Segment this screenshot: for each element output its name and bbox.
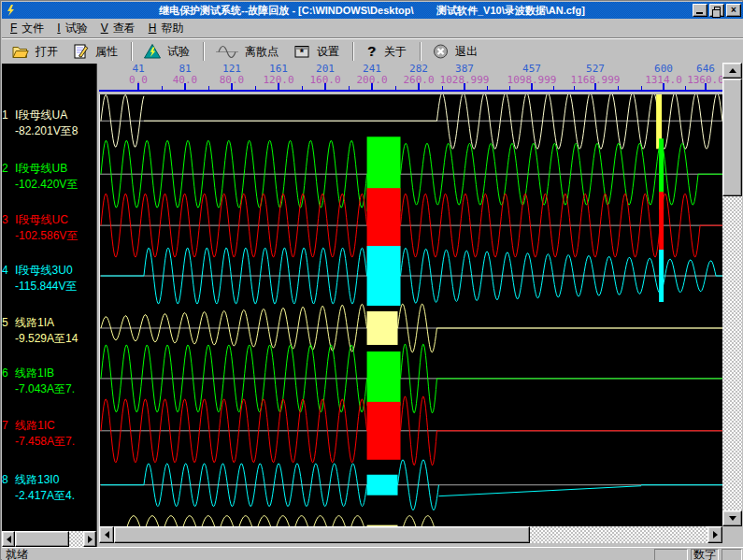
vscroll-track[interactable]: [722, 196, 742, 510]
close-button[interactable]: ×: [726, 4, 741, 17]
channel-label-7[interactable]: 7线路1IC-7.458A至7.: [2, 418, 96, 450]
vertical-scrollbar[interactable]: [722, 63, 742, 526]
hscroll-thumb[interactable]: [114, 526, 530, 543]
toolbar-button-settings[interactable]: *设置: [287, 40, 348, 63]
menu-bar: F文件I试验V查看H帮助: [2, 19, 743, 37]
channel-name: 5线路1IA: [2, 315, 96, 331]
channel-label-5[interactable]: 5线路1IA-9.529A至14: [2, 315, 96, 347]
channel-range: -7.458A至7.: [2, 434, 96, 450]
channel-number: 3: [2, 212, 15, 228]
minimize-icon: [696, 12, 703, 14]
channel-label-4[interactable]: 4Ⅰ段母线3U0-115.844V至: [2, 263, 96, 294]
hscroll-right-button[interactable]: [707, 526, 722, 543]
menu-label: 帮助: [161, 22, 183, 35]
application-window: 继电保护测试系统--故障回放 - [C:\WINDOWS\Desktop\ 测试…: [0, 0, 743, 560]
channel-hscroll-thumb[interactable]: [15, 531, 69, 547]
channel-hscroll-left-button[interactable]: [2, 531, 15, 547]
status-panel-digital: 数字: [691, 549, 719, 560]
time-axis-ruler: 410.08140.012180.0161120.0201160.0241200…: [99, 63, 722, 94]
dense-sample-block-ch4: [367, 246, 401, 306]
vscroll-up-button[interactable]: [722, 63, 742, 79]
arrow-right-icon: [88, 536, 93, 543]
window-controls: ×: [693, 4, 741, 17]
channel-label-1[interactable]: 1Ⅰ段母线UA-82.201V至8: [2, 108, 96, 139]
dense-sample-block-ch7: [367, 402, 401, 460]
channel-hscroll-track[interactable]: [69, 531, 83, 547]
channel-name: 2Ⅰ段母线UB: [2, 161, 96, 177]
toolbar-button-discrete[interactable]: 离散点: [209, 40, 287, 63]
menu-item-f[interactable]: F文件: [4, 19, 50, 38]
toolbar-label-exit: 退出: [455, 44, 478, 60]
hscroll-track[interactable]: [530, 526, 707, 543]
channel-range: -2.417A至4.: [2, 488, 96, 504]
ruler-major-tick: [418, 83, 420, 90]
channel-name-text: 线路13I0: [15, 473, 59, 486]
channel-label-3[interactable]: 3Ⅰ段母线UC-102.586V至: [2, 212, 96, 244]
menu-label: 试验: [65, 22, 88, 35]
title-bar: 继电保护测试系统--故障回放 - [C:\WINDOWS\Desktop\ 测试…: [2, 2, 743, 19]
channel-range: -82.201V至8: [2, 123, 96, 139]
vscroll-thumb[interactable]: [722, 79, 742, 196]
minimize-button[interactable]: [693, 4, 707, 17]
toolbar-separator: [352, 42, 354, 61]
channel-label-2[interactable]: 2Ⅰ段母线UB-102.420V至: [2, 161, 96, 193]
dense-sample-block-ch5: [367, 311, 398, 345]
ruler-major-tick: [184, 83, 186, 90]
toolbar: 打开属性试验离散点*设置??关于退出: [2, 39, 743, 64]
ruler-major-tick: [531, 83, 533, 90]
toolbar-label-about: 关于: [384, 44, 407, 60]
svg-text:?: ?: [367, 44, 376, 59]
toolbar-label-test: 试验: [167, 44, 190, 60]
arrow-left-icon: [105, 531, 109, 538]
question-mark-icon: ??: [365, 44, 378, 59]
status-bar: 就绪 数字: [2, 547, 743, 560]
channel-number: 1: [2, 108, 15, 123]
channel-name-text: Ⅰ段母线3U0: [15, 264, 73, 277]
waveform-trace-ch1: [436, 94, 722, 149]
vscroll-down-button[interactable]: [722, 510, 742, 526]
channel-name-text: 线路1IB: [15, 366, 54, 380]
sine-wave-icon: [216, 44, 238, 59]
menu-item-v[interactable]: V查看: [94, 19, 142, 38]
properties-icon: [73, 44, 89, 59]
channel-label-6[interactable]: 6线路1IB-7.043A至7.: [2, 366, 96, 397]
cursor-bar-ch3: [659, 192, 664, 259]
restore-button[interactable]: [709, 4, 724, 17]
toolbar-button-open[interactable]: 打开: [6, 40, 66, 63]
ruler-major-tick: [278, 83, 279, 90]
toolbar-button-exit[interactable]: 退出: [426, 40, 486, 63]
channel-panel-hscrollbar[interactable]: [2, 531, 96, 547]
lightning-app-icon: [4, 4, 17, 17]
test-lightning-icon: [144, 44, 161, 59]
toolbar-label-discrete: 离散点: [245, 44, 279, 60]
toolbar-button-test[interactable]: 试验: [137, 40, 198, 63]
ruler-major-tick: [371, 83, 373, 90]
menu-item-h[interactable]: H帮助: [142, 19, 191, 38]
menu-label: 查看: [113, 22, 136, 35]
toolbar-button-props[interactable]: 属性: [66, 40, 126, 63]
channel-name-text: 线路1IA: [15, 316, 54, 329]
channel-range: -115.844V至: [2, 279, 96, 294]
status-ready-text: 就绪: [2, 547, 28, 560]
channel-number: 5: [2, 315, 15, 331]
waveform-region: 410.08140.012180.0161120.0201160.0241200…: [96, 64, 743, 547]
channel-number: 8: [2, 472, 15, 488]
open-folder-icon: [12, 45, 29, 59]
ruler-major-tick: [705, 83, 707, 90]
channel-name-text: Ⅰ段母线UB: [15, 162, 67, 175]
channel-label-8[interactable]: 8线路13I0-2.417A至4.: [2, 472, 96, 504]
settings-icon: *: [293, 44, 310, 59]
toolbar-separator: [131, 42, 133, 61]
svg-text:*: *: [300, 47, 305, 58]
channel-list-panel: 1Ⅰ段母线UA-82.201V至82Ⅰ段母线UB-102.420V至3Ⅰ段母线U…: [2, 64, 96, 547]
cursor-bar-ch4: [659, 250, 664, 302]
ruler-major-tick: [137, 83, 139, 90]
menu-item-i[interactable]: I试验: [50, 19, 93, 38]
hscroll-left-button[interactable]: [99, 526, 114, 543]
channel-name: 4Ⅰ段母线3U0: [2, 263, 96, 279]
toolbar-button-about[interactable]: ??关于: [359, 40, 415, 63]
menu-hotkey: I: [57, 22, 60, 35]
horizontal-scrollbar[interactable]: [99, 526, 722, 543]
exit-icon: [433, 44, 449, 59]
channel-hscroll-right-button[interactable]: [83, 531, 96, 547]
